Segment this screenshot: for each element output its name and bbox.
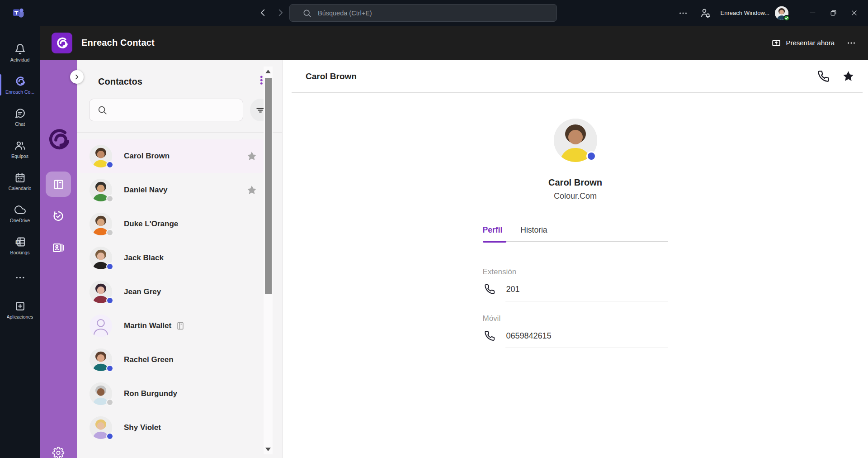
contacts-panel-icon [52,178,65,191]
history-nav [258,8,285,18]
contacts-panel: Contactos Carol Brown [77,60,283,458]
search-input[interactable] [318,10,517,17]
scrollbar-thumb[interactable] [265,78,272,294]
phone-icon [484,330,495,341]
presence-dot [106,161,113,168]
titlebar-more-button[interactable] [678,8,688,18]
teams-rail-item-actividad[interactable]: Actividad [0,37,40,69]
contact-name: Rachel Green [124,355,174,364]
titlebar-right: Enreach Window... [678,0,868,26]
contact-row[interactable]: Carol Brown [80,139,264,173]
field-label: Móvil [483,314,668,323]
titlebar: Enreach Window... [0,0,868,26]
teams-rail-item-bookings[interactable]: BBookings [0,229,40,262]
contact-name: Duke L'Orange [124,219,178,229]
teams-rail-item-equipos[interactable]: Equipos [0,133,40,165]
scroll-down-arrow[interactable] [265,448,271,451]
contact-avatar [90,213,112,235]
contact-avatar [90,348,112,371]
contact-row[interactable]: Ron Burgundy [80,377,264,410]
contact-avatar [90,247,112,269]
contact-avatar [90,382,112,405]
chat-icon [14,108,26,119]
calendar-icon [14,172,26,183]
tab-perfil[interactable]: Perfil [483,225,503,236]
contact-row[interactable]: Jack Black [80,241,264,275]
detail-field: Extensión201 [483,267,668,301]
contact-list: Carol Brown Daniel Navy Duke L'Orange Ja… [77,133,282,458]
detail-fields: Extensión201Móvil0659842615 [483,267,668,348]
global-search[interactable] [289,4,557,22]
tab-historia[interactable]: Historia [520,225,547,236]
enreach-swirl-icon [14,76,26,87]
account-avatar[interactable] [775,6,788,20]
teams-app-rail: ActividadEnreach Co...ChatEquiposCalenda… [0,26,40,458]
present-now-label: Presentar ahora [786,39,835,47]
restore-button[interactable] [823,4,844,22]
favorite-button[interactable] [842,70,854,82]
active-indicator [0,74,1,95]
contact-avatar [90,315,112,337]
forward-button[interactable] [275,8,285,18]
contacts-search-box[interactable] [89,99,243,121]
teams-rail-item-aplicaciones[interactable]: Aplicaciones [0,294,40,326]
contact-row[interactable]: Shy Violet [80,411,264,444]
settings-gear-button[interactable] [52,447,65,458]
app-more-button[interactable] [846,38,856,48]
enreach-rail [40,60,77,458]
field-underline [505,301,668,301]
contact-name: Carol Brown [124,152,170,161]
teams-rail-item-onedrive[interactable]: OneDrive [0,197,40,229]
field-value[interactable]: 201 [506,285,520,294]
bell-icon [14,43,26,55]
contact-company: Colour.Com [483,191,668,201]
people-icon [14,140,26,151]
contact-name: Carol Brown [483,177,668,188]
call-button[interactable] [817,70,830,82]
enreach-swirl-icon [55,36,69,50]
presence-dot [106,297,113,304]
contact-row[interactable]: Rachel Green [80,343,264,377]
contact-name: Daniel Navy [124,186,167,195]
teams-rail-label: Equipos [11,153,28,159]
teams-rail-item-more[interactable] [0,262,40,294]
close-button[interactable] [844,4,864,22]
field-underline [505,348,668,348]
teams-rail-label: OneDrive [10,218,30,223]
presence-dot [106,195,113,202]
enreach-rail-directory-button[interactable] [52,242,65,254]
field-value[interactable]: 0659842615 [506,331,552,341]
teams-rail-label: Actividad [10,57,30,62]
contacts-search-input[interactable] [113,106,235,114]
phone-icon [484,284,495,295]
contact-avatar [90,416,112,439]
contact-row[interactable]: Martin Wallet [80,309,264,343]
teams-rail-item-enreach[interactable]: Enreach Co... [0,69,40,101]
contact-name: Jack Black [124,253,164,262]
scroll-up-arrow[interactable] [265,70,271,73]
contact-avatar [554,119,597,162]
close-icon [850,9,858,17]
teams-rail-label: Chat [15,121,25,127]
enreach-rail-contacts-button[interactable] [46,172,71,197]
contact-notifications-icon[interactable] [700,8,711,19]
contact-row[interactable]: Daniel Navy [80,173,264,207]
teams-rail-item-chat[interactable]: Chat [0,101,40,133]
share-screen-icon [771,38,781,48]
svg-text:B: B [16,240,19,244]
contact-row[interactable]: Duke L'Orange [80,207,264,241]
contact-row[interactable]: Jean Grey [80,275,264,309]
contacts-scrollbar[interactable] [264,67,273,454]
enreach-rail-history-button[interactable] [52,210,65,222]
teams-rail-label: Enreach Co... [5,89,34,95]
restore-icon [830,9,837,17]
teams-rail-item-calendario[interactable]: Calendario [0,165,40,197]
star-icon [246,185,257,196]
present-now-button[interactable]: Presentar ahora [771,38,835,48]
plus-square-icon [14,301,26,312]
presence-dot [106,433,113,440]
minimize-button[interactable] [802,4,823,22]
back-button[interactable] [258,8,268,18]
account-label[interactable]: Enreach Window... [721,10,769,16]
collapse-rail-button[interactable] [70,70,84,84]
